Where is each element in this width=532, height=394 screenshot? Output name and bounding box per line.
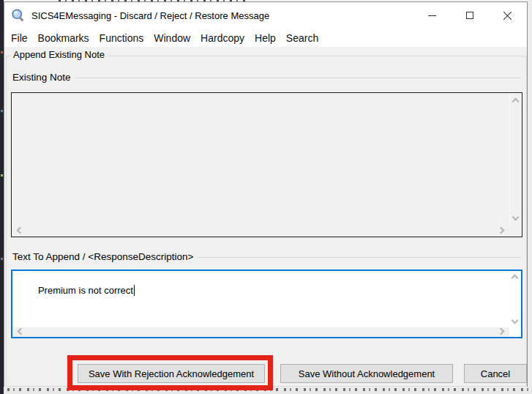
maximize-button[interactable] xyxy=(451,2,489,29)
append-vertical-scrollbar[interactable] xyxy=(509,271,521,327)
scroll-up-icon[interactable] xyxy=(512,275,519,282)
menu-item-functions[interactable]: Functions xyxy=(94,32,149,44)
cancel-button[interactable]: Cancel xyxy=(464,364,527,383)
close-button[interactable] xyxy=(489,2,527,29)
text-to-append-group-rule xyxy=(198,257,521,258)
window-controls xyxy=(413,2,527,29)
menu-item-help[interactable]: Help xyxy=(250,32,281,44)
save-without-acknowledgement-button[interactable]: Save Without Acknowledgement xyxy=(280,364,453,383)
close-icon xyxy=(503,11,512,20)
menu-item-bookmarks[interactable]: Bookmarks xyxy=(33,32,94,44)
append-existing-note-group-label: Append Existing Note xyxy=(10,49,108,60)
scroll-left-icon[interactable] xyxy=(18,328,25,335)
existing-note-horizontal-scrollbar[interactable] xyxy=(12,226,509,237)
menu-bar: File Bookmarks Functions Window Hardcopy… xyxy=(4,29,527,47)
scroll-right-icon[interactable] xyxy=(498,227,505,234)
save-with-rejection-acknowledgement-button[interactable]: Save With Rejection Acknowledgement xyxy=(78,364,265,383)
existing-note-label-row: Existing Note xyxy=(12,72,521,83)
window-title: SICS4EMessaging - Discard / Reject / Res… xyxy=(31,10,269,21)
magnifier-icon xyxy=(11,8,26,23)
scroll-left-icon[interactable] xyxy=(17,227,24,234)
existing-note-vertical-scrollbar[interactable] xyxy=(509,93,522,226)
background-right-sliver xyxy=(528,0,532,394)
minimize-icon xyxy=(428,15,436,16)
existing-note-textarea[interactable] xyxy=(11,92,522,237)
text-to-append-textarea[interactable]: Premium is not correct xyxy=(11,270,522,338)
existing-note-group-rule xyxy=(75,78,521,78)
scroll-up-icon[interactable] xyxy=(512,98,520,105)
scroll-down-icon[interactable] xyxy=(512,317,519,324)
menu-item-file[interactable]: File xyxy=(6,32,33,44)
menu-item-window[interactable]: Window xyxy=(149,32,195,44)
minimize-button[interactable] xyxy=(413,2,451,29)
menu-item-hardcopy[interactable]: Hardcopy xyxy=(195,32,250,44)
existing-note-label: Existing Note xyxy=(12,72,71,83)
text-to-append-label: Text To Append / <ResponseDescription> xyxy=(12,251,193,262)
text-to-append-label-row: Text To Append / <ResponseDescription> xyxy=(12,251,521,262)
scroll-right-icon[interactable] xyxy=(498,328,505,335)
text-cursor xyxy=(134,285,135,296)
scroll-down-icon[interactable] xyxy=(512,214,520,221)
title-bar: SICS4EMessaging - Discard / Reject / Res… xyxy=(4,2,527,29)
text-to-append-value: Premium is not correct xyxy=(38,285,133,296)
dialog-window: SICS4EMessaging - Discard / Reject / Res… xyxy=(4,1,528,387)
append-horizontal-scrollbar[interactable] xyxy=(12,327,509,337)
menu-item-search[interactable]: Search xyxy=(281,32,323,44)
maximize-icon xyxy=(466,12,473,19)
background-window-bottom-sliver xyxy=(0,387,532,394)
dialog-client-area: Append Existing Note Existing Note Text … xyxy=(4,47,527,387)
